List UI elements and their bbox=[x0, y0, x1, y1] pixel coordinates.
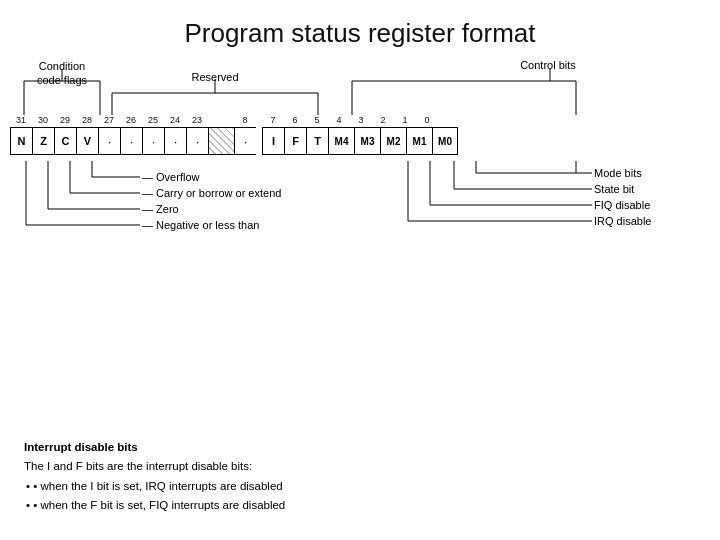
bit-slash bbox=[208, 127, 234, 155]
bit-23: · bbox=[186, 127, 208, 155]
bottom-title: Interrupt disable bits bbox=[24, 438, 285, 458]
bit-M0: M0 bbox=[432, 127, 458, 155]
bit-N: N bbox=[10, 127, 32, 155]
bit-Z: Z bbox=[32, 127, 54, 155]
bit-I: I bbox=[262, 127, 284, 155]
annot-carry: — Carry or borrow or extend bbox=[142, 187, 281, 199]
bottom-bullet2: • when the F bit is set, FIQ interrupts … bbox=[24, 496, 285, 516]
bit-26: · bbox=[120, 127, 142, 155]
annot-mode-bits: Mode bits bbox=[594, 167, 642, 179]
bit-27: · bbox=[98, 127, 120, 155]
bit-V: V bbox=[76, 127, 98, 155]
bit-25: · bbox=[142, 127, 164, 155]
bit-M4: M4 bbox=[328, 127, 354, 155]
bit-numbers-row: 31 30 29 28 27 26 25 24 23 8 7 6 5 4 3 2… bbox=[10, 115, 438, 125]
bit-8: · bbox=[234, 127, 256, 155]
bottom-description: The I and F bits are the interrupt disab… bbox=[24, 457, 285, 477]
bit-M1: M1 bbox=[406, 127, 432, 155]
label-condition: Conditioncode flags bbox=[24, 59, 100, 88]
annot-irq-disable: IRQ disable bbox=[594, 215, 651, 227]
bit-F: F bbox=[284, 127, 306, 155]
bit-T: T bbox=[306, 127, 328, 155]
bit-M2: M2 bbox=[380, 127, 406, 155]
annot-state-bit: State bit bbox=[594, 183, 634, 195]
bit-C: C bbox=[54, 127, 76, 155]
bottom-bullet1: • when the I bit is set, IRQ interrupts … bbox=[24, 477, 285, 497]
diagram-area: Conditioncode flags Reserved Control bit… bbox=[10, 59, 710, 399]
annot-fiq-disable: FIQ disable bbox=[594, 199, 650, 211]
annot-negative: — Negative or less than bbox=[142, 219, 259, 231]
register-row: N Z C V · · · · · · I F T M4 M3 M2 M1 M0 bbox=[10, 127, 458, 155]
annot-zero: — Zero bbox=[142, 203, 179, 215]
label-control-bits: Control bits bbox=[508, 59, 588, 71]
diagram-svg bbox=[10, 59, 710, 399]
bottom-text-area: Interrupt disable bits The I and F bits … bbox=[24, 438, 285, 516]
label-reserved: Reserved bbox=[175, 71, 255, 83]
bit-M3: M3 bbox=[354, 127, 380, 155]
annot-overflow: — Overflow bbox=[142, 171, 199, 183]
bit-24: · bbox=[164, 127, 186, 155]
page-title: Program status register format bbox=[0, 0, 720, 59]
